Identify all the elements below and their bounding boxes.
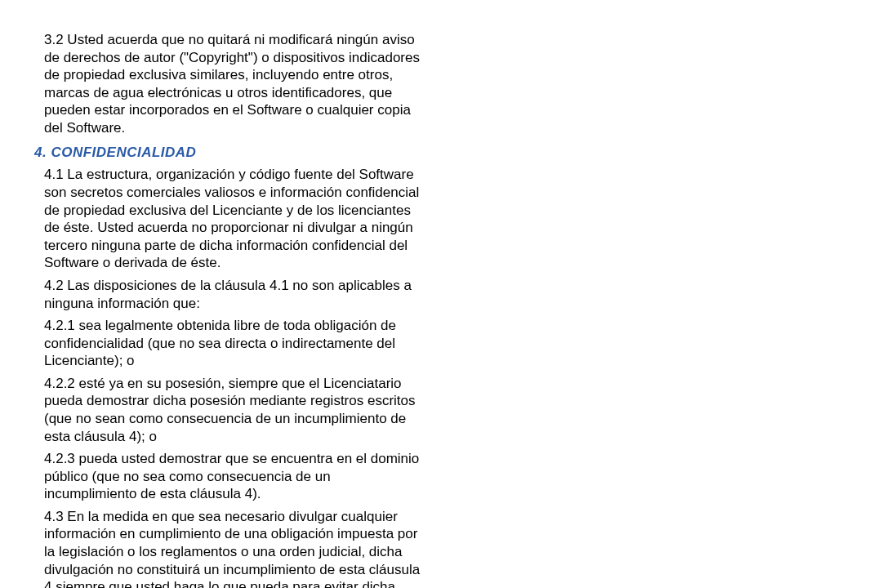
paragraph-4-2-2: 4.2.2 esté ya en su posesión, siempre qu… [34,375,426,445]
paragraph-4-2-1: 4.2.1 sea legalmente obtenida libre de t… [34,317,426,370]
paragraph-4-2: 4.2 Las disposiciones de la cláusula 4.1… [34,277,426,312]
paragraph-4-2-3: 4.2.3 pueda usted demostrar que se encue… [34,450,426,503]
content-columns: 3.2 Usted acuerda que no quitará ni modi… [34,31,848,588]
paragraph-4-1: 4.1 La estructura, organización y código… [34,166,426,271]
paragraph-3-2: 3.2 Usted acuerda que no quitará ni modi… [34,31,426,136]
paragraph-4-3: 4.3 En la medida en que sea necesario di… [34,508,426,588]
page: 3.2 Usted acuerda que no quitará ni modi… [0,0,882,588]
heading-confidencialidad: 4. Confidencialidad [34,145,426,161]
